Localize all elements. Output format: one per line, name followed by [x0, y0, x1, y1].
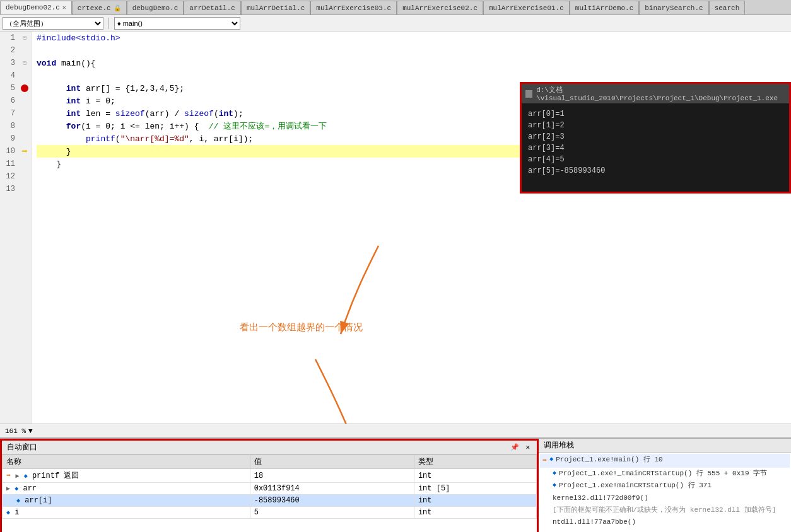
code-text: void [37, 59, 56, 68]
var-table-container: 名称 值 类型 ➡ ▶ ◆ printf 返回 18 [2, 454, 537, 532]
gutter-row-5: 5 [0, 82, 31, 95]
tab-label: binarySearch.c [645, 4, 703, 12]
code-text: } [37, 147, 71, 156]
code-text: sizeof [115, 109, 145, 119]
callstack-item-3[interactable]: kernel32.dll!772d00f9() [540, 492, 790, 504]
tab-mulArrExercise02[interactable]: mulArrExercise02.c [397, 1, 483, 14]
code-text: printf [86, 134, 115, 144]
breakpoint-marker-5[interactable] [19, 84, 30, 92]
code-text [37, 122, 66, 131]
var-value-cell: 5 [250, 507, 414, 519]
gutter-row-9: 9 [0, 132, 31, 145]
code-text: main(){ [56, 59, 95, 68]
callstack-panel: 调用堆栈 ➡ ◆ Project_1.exe!main() 行 10 ◆ Pro… [539, 439, 791, 532]
tab-debugDemo[interactable]: debugDemo.c [127, 1, 184, 14]
tab-label: multiArrDemo.c [575, 4, 633, 12]
main-editor: 1 ⊟ 2 3 ⊟ 4 5 6 7 [0, 32, 791, 424]
var-value-cell: -858993460 [250, 495, 414, 507]
callstack-item-2[interactable]: ◆ Project_1.exe!mainCRTStartup() 行 371 [540, 480, 790, 492]
expand-button[interactable]: ▶ [15, 473, 19, 480]
code-text: (i = 0; i <= len; i++) { [81, 122, 209, 131]
var-row-i[interactable]: ◆ i 5 int [3, 507, 537, 519]
tab-mulArrDetial[interactable]: mulArrDetial.c [241, 1, 310, 14]
console-titlebar: d:\文档\visual_studio_2010\Projects\Projec… [522, 84, 789, 103]
var-row-arri[interactable]: ◆ arr[i] -858993460 int [3, 495, 537, 507]
var-value-cell: 18 [250, 469, 414, 483]
callstack-item-1[interactable]: ◆ Project_1.exe!_tmainCRTStartup() 行 555… [540, 468, 790, 480]
var-row-printf[interactable]: ➡ ▶ ◆ printf 返回 18 int [3, 469, 537, 483]
tab-crtexe[interactable]: crtexe.c 🔒 [72, 1, 127, 14]
tab-mulArrExercise01[interactable]: mulArrExercise01.c [483, 1, 570, 14]
collapse-marker-3[interactable]: ⊟ [19, 59, 30, 67]
callstack-frame-icon: ◆ [549, 455, 553, 464]
tab-debugDemo02[interactable]: debugDemo02.c ✕ [0, 1, 72, 14]
current-line-arrow: ➡ [19, 145, 30, 158]
code-text: int [66, 96, 81, 106]
code-text: arr[] = {1,2,3,4,5}; [81, 84, 184, 93]
callstack-title-left: 调用堆栈 [544, 440, 574, 451]
code-text: ( [214, 109, 219, 119]
tab-bar: debugDemo02.c ✕ crtexe.c 🔒 debugDemo.c a… [0, 0, 791, 15]
expand-button[interactable]: ▶ [6, 485, 10, 492]
code-line-3: void main(){ [37, 57, 791, 69]
line-number: 12 [0, 172, 19, 181]
tab-label: arrDetail.c [189, 4, 235, 12]
callstack-frame-text: Project_1.exe!main() 行 10 [556, 455, 662, 465]
code-text: } [37, 159, 61, 169]
var-name-cell: ▶ ◆ arr [3, 483, 250, 495]
auto-panel-title: 自动窗口 [7, 442, 37, 453]
bottom-panels: 自动窗口 📌 ✕ 名称 值 类型 [0, 437, 791, 532]
row-arrow-icon: ➡ [6, 471, 11, 480]
console-icon [525, 90, 532, 98]
zoom-label: 161 % [5, 427, 26, 435]
callstack-frame-text: Project_1.exe!_tmainCRTStartup() 行 555 +… [559, 469, 767, 478]
tab-label: crtexe.c [78, 4, 111, 12]
line-number: 13 [0, 185, 19, 194]
toolbar: （全局范围） ♦ main() [0, 15, 791, 32]
variable-table: 名称 值 类型 ➡ ▶ ◆ printf 返回 18 [2, 454, 537, 519]
close-icon[interactable]: ✕ [62, 4, 66, 11]
var-icon: ◆ [6, 509, 10, 516]
gutter-row-1: 1 ⊟ [0, 32, 31, 44]
var-icon: ◆ [16, 497, 20, 504]
scope-dropdown[interactable]: （全局范围） [3, 17, 103, 30]
panel-close-button[interactable]: ✕ [524, 443, 532, 451]
var-name-cell: ➡ ▶ ◆ printf 返回 [3, 469, 250, 483]
console-line-5: arr[5]=-858993460 [528, 165, 783, 176]
panel-controls: 📌 ✕ [508, 443, 532, 451]
tab-label: mulArrExercise01.c [489, 4, 564, 12]
code-line-2 [37, 44, 791, 57]
zoom-dropdown-arrow[interactable]: ▼ [28, 427, 33, 435]
var-row-arr[interactable]: ▶ ◆ arr 0x0113f914 int [5] [3, 483, 537, 495]
var-name: arr [23, 484, 37, 493]
tab-multiArrDemo[interactable]: multiArrDemo.c [570, 1, 639, 14]
tab-search[interactable]: search [709, 1, 746, 14]
tab-label: debugDemo02.c [6, 4, 60, 11]
code-text: ( [115, 134, 120, 144]
func-dropdown[interactable]: ♦ main() [114, 17, 240, 30]
line-number: 7 [0, 109, 19, 118]
var-value-cell: 0x0113f914 [250, 483, 414, 495]
breakpoint-circle [21, 84, 28, 92]
line-numbers-gutter: 1 ⊟ 2 3 ⊟ 4 5 6 7 [0, 32, 32, 424]
collapse-marker-1[interactable]: ⊟ [19, 34, 30, 42]
console-body: arr[0]=1 arr[1]=2 arr[2]=3 arr[3]=4 arr[… [522, 103, 789, 192]
tab-binarySearch[interactable]: binarySearch.c [639, 1, 708, 14]
tab-label: mulArrExercise02.c [402, 4, 478, 12]
tab-mulArrExercise03[interactable]: mulArrExercise03.c [310, 1, 397, 14]
var-type-cell: int [414, 507, 536, 519]
toolbar-separator [108, 18, 109, 29]
code-text [37, 134, 86, 144]
console-line-2: arr[2]=3 [528, 131, 783, 142]
var-name: arr[i] [25, 496, 52, 505]
var-type-cell: int [414, 469, 536, 483]
panel-pin-button[interactable]: 📌 [508, 443, 521, 451]
tab-arrDetail[interactable]: arrDetail.c [184, 1, 241, 14]
callstack-item-5[interactable]: ntdll.dll!77aa7bbe() [540, 516, 790, 528]
var-name-cell: ◆ arr[i] [3, 495, 250, 507]
line-number: 6 [0, 96, 19, 105]
code-text: int [66, 84, 81, 93]
tab-label: mulArrDetial.c [247, 4, 305, 12]
callstack-item-0[interactable]: ➡ ◆ Project_1.exe!main() 行 10 [540, 454, 790, 468]
line-number: 8 [0, 122, 19, 130]
